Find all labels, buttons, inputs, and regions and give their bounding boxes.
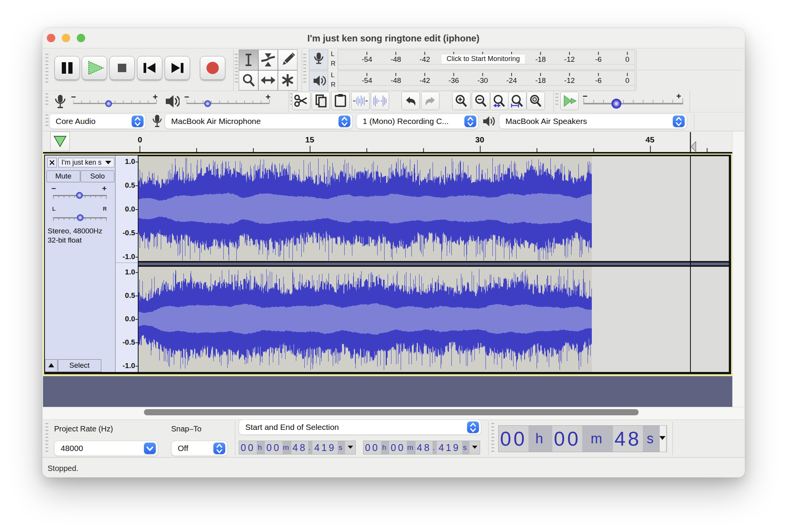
- svg-text:-48: -48: [391, 76, 401, 84]
- svg-text:-18: -18: [535, 55, 546, 63]
- svg-text:-6: -6: [595, 76, 602, 84]
- svg-text:0: 0: [625, 55, 629, 63]
- svg-text:-42: -42: [419, 76, 430, 84]
- svg-text:-12: -12: [564, 55, 575, 63]
- svg-text:-54: -54: [362, 76, 372, 84]
- svg-text:-36: -36: [448, 76, 459, 84]
- svg-text:-48: -48: [391, 55, 401, 63]
- svg-text:-24: -24: [506, 76, 517, 84]
- svg-text:-54: -54: [362, 55, 372, 63]
- svg-text:-30: -30: [477, 76, 488, 84]
- svg-text:-42: -42: [419, 55, 430, 63]
- svg-text:-12: -12: [564, 76, 575, 84]
- svg-text:-6: -6: [595, 55, 602, 63]
- svg-text:0: 0: [625, 76, 629, 84]
- svg-text:-18: -18: [535, 76, 546, 84]
